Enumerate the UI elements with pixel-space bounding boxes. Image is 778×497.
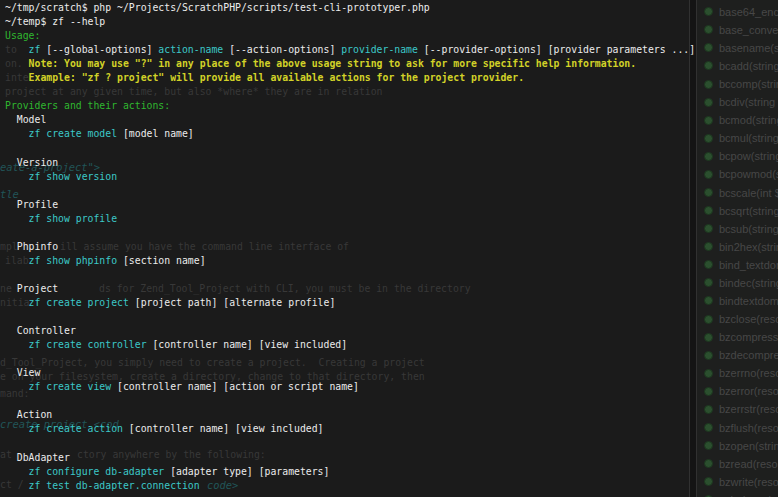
terminal-line: zf show version: [5, 170, 778, 184]
terminal-text-segment: [5, 381, 29, 392]
terminal-text-segment: [5, 213, 29, 224]
terminal-text-segment: action-name: [158, 44, 223, 55]
terminal-text-segment: zf test db-adapter.connection: [29, 480, 200, 491]
terminal-text-segment: zf create model: [29, 128, 117, 139]
terminal-line: zf create action [controller name] [view…: [5, 422, 778, 436]
terminal-text-segment: Usage:: [5, 30, 40, 41]
terminal-text-segment: Version: [5, 157, 58, 168]
terminal-line: [5, 184, 778, 198]
terminal-text-segment: [5, 297, 29, 308]
terminal-text-segment: zf show phpinfo: [29, 255, 117, 266]
terminal-line: Usage:: [5, 29, 778, 43]
terminal-text-segment: [--global-options]: [40, 44, 158, 55]
terminal-line: [5, 436, 778, 450]
terminal-line: zf create model [model name]: [5, 127, 778, 141]
terminal-text-segment: Providers and their actions:: [5, 100, 170, 111]
terminal-text-segment: provider-name: [341, 44, 418, 55]
terminal-line: View: [5, 366, 778, 380]
terminal-text-segment: [5, 171, 29, 182]
terminal-text-segment: zf create action: [29, 423, 123, 434]
terminal-line: DbAdapter: [5, 451, 778, 465]
terminal-text-segment: Model: [5, 114, 46, 125]
terminal-line: Example: "zf ? project" will provide all…: [5, 71, 778, 85]
terminal-line: Version: [5, 156, 778, 170]
terminal-line: [5, 352, 778, 366]
terminal-line: ~/temp$ zf --help: [5, 15, 778, 29]
terminal-text-segment: [5, 128, 29, 139]
terminal-line: zf create controller [controller name] […: [5, 338, 778, 352]
terminal-line: Action: [5, 408, 778, 422]
screen: toon.inteproject at any given time, but …: [0, 0, 778, 497]
terminal-text-segment: zf create view: [29, 381, 112, 392]
terminal-line: Project: [5, 282, 778, 296]
terminal-line: Model: [5, 113, 778, 127]
terminal-text-segment: [model name]: [117, 128, 194, 139]
terminal-line: Controller: [5, 324, 778, 338]
terminal-text-segment: ~/temp$ zf --help: [5, 16, 105, 27]
terminal-line: [5, 310, 778, 324]
terminal-line: zf show profile: [5, 212, 778, 226]
terminal-text-segment: [section name]: [117, 255, 205, 266]
terminal-text-segment: [5, 466, 29, 477]
terminal-line: Phpinfo: [5, 240, 778, 254]
terminal-text-segment: ~/tmp/scratch$ php ~/Projects/ScratchPHP…: [5, 2, 430, 13]
terminal-text-segment: View: [5, 367, 40, 378]
terminal-line: Note: You may use "?" in any place of th…: [5, 57, 778, 71]
terminal-line: Profile: [5, 198, 778, 212]
terminal-text-segment: [5, 255, 29, 266]
terminal-line: [5, 268, 778, 282]
terminal-text-segment: [--action-options]: [223, 44, 341, 55]
terminal-text-segment: [5, 339, 29, 350]
terminal[interactable]: ~/tmp/scratch$ php ~/Projects/ScratchPHP…: [0, 0, 778, 497]
terminal-line: [5, 394, 778, 408]
terminal-text-segment: Example: "zf ? project" will provide all…: [5, 72, 524, 83]
terminal-text-segment: [5, 44, 29, 55]
terminal-text-segment: Project: [5, 283, 58, 294]
terminal-line: zf [--global-options] action-name [--act…: [5, 43, 778, 57]
terminal-text-segment: [5, 480, 29, 491]
terminal-text-segment: zf configure db-adapter: [29, 466, 165, 477]
terminal-text-segment: Note: You may use "?" in any place of th…: [5, 58, 636, 69]
terminal-line: zf create view [controller name] [action…: [5, 380, 778, 394]
terminal-line: zf test db-adapter.connection: [5, 479, 778, 493]
terminal-line: Providers and their actions:: [5, 99, 778, 113]
terminal-text-segment: [controller name] [action or script name…: [111, 381, 359, 392]
terminal-text-segment: zf create controller: [29, 339, 147, 350]
terminal-line: zf create project [project path] [altern…: [5, 296, 778, 310]
terminal-text-segment: [--provider-options] [provider parameter…: [418, 44, 695, 55]
terminal-text-segment: zf show profile: [29, 213, 117, 224]
terminal-text-segment: zf create project: [29, 297, 129, 308]
terminal-text-segment: Profile: [5, 199, 58, 210]
terminal-line: zf show phpinfo [section name]: [5, 254, 778, 268]
terminal-line: ~/tmp/scratch$ php ~/Projects/ScratchPHP…: [5, 1, 778, 15]
terminal-text-segment: [5, 423, 29, 434]
terminal-line: [5, 141, 778, 155]
terminal-text-segment: Controller: [5, 325, 76, 336]
terminal-text-segment: DbAdapter: [5, 452, 70, 463]
terminal-text-segment: [adapter type] [parameters]: [164, 466, 329, 477]
terminal-text-segment: Phpinfo: [5, 241, 58, 252]
terminal-text-segment: [controller name] [view included]: [147, 339, 348, 350]
terminal-text-segment: zf: [29, 44, 41, 55]
terminal-line: [5, 85, 778, 99]
terminal-text-segment: Action: [5, 409, 52, 420]
terminal-line: zf configure db-adapter [adapter type] […: [5, 465, 778, 479]
terminal-text-segment: [controller name] [view included]: [123, 423, 324, 434]
terminal-text-segment: zf show version: [29, 171, 117, 182]
terminal-line: [5, 226, 778, 240]
terminal-text-segment: [project path] [alternate profile]: [129, 297, 335, 308]
